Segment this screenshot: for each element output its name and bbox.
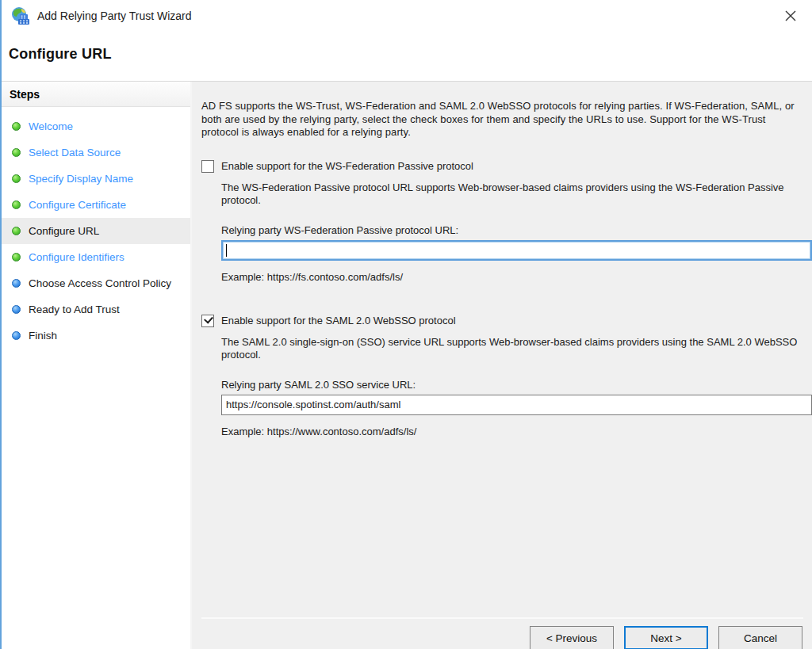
sidebar-item-configure-identifiers: Configure Identifiers [2,244,190,270]
wsfed-url-label: Relying party WS-Federation Passive prot… [221,224,803,236]
step-label: Specify Display Name [29,172,133,185]
step-bullet-icon [12,305,21,314]
sidebar-item-finish: Finish [2,323,190,349]
sidebar-item-welcome: Welcome [2,113,190,139]
step-label: Choose Access Control Policy [29,277,171,290]
step-label: Select Data Source [29,146,121,159]
window-title: Add Relying Party Trust Wizard [37,10,192,22]
sidebar-item-select-data-source: Select Data Source [2,139,190,166]
text-caret [226,244,227,257]
sidebar-item-configure-url: Configure URL [2,218,190,244]
step-bullet-icon [12,174,21,183]
footer-button-bar: < Previous Next > Cancel [201,617,803,649]
saml-checkbox[interactable] [201,315,214,327]
step-bullet-icon [12,253,21,262]
step-label: Configure Certificate [29,198,126,212]
saml-url-input[interactable] [221,395,812,415]
main-panel: AD FS supports the WS-Trust, WS-Federati… [192,82,812,649]
step-bullet-icon [12,122,21,131]
step-bullet-icon [12,279,21,288]
step-bullet-icon [12,227,21,235]
steps-list: WelcomeSelect Data SourceSpecify Display… [2,107,190,349]
step-label: Configure URL [29,224,99,238]
saml-checkbox-row[interactable]: Enable support for the SAML 2.0 WebSSO p… [201,315,803,327]
title-bar: Add Relying Party Trust Wizard [2,0,812,32]
wsfed-checkbox-row[interactable]: Enable support for the WS-Federation Pas… [201,160,803,173]
steps-sidebar: Steps WelcomeSelect Data SourceSpecify D… [2,82,192,649]
close-icon[interactable] [777,4,804,28]
sidebar-item-ready-to-add-trust: Ready to Add Trust [2,296,190,323]
previous-button[interactable]: < Previous [530,626,614,649]
wsfed-url-input-wrap [221,240,803,261]
sidebar-item-choose-access-control-policy: Choose Access Control Policy [2,270,190,296]
saml-description: The SAML 2.0 single-sign-on (SSO) servic… [221,336,800,362]
step-bullet-icon [12,200,21,209]
next-button[interactable]: Next > [624,626,708,649]
adfs-app-icon [11,6,30,25]
wsfed-url-input[interactable] [221,240,812,261]
saml-checkbox-label: Enable support for the SAML 2.0 WebSSO p… [221,315,456,326]
wsfed-example: Example: https://fs.contoso.com/adfs/ls/ [221,271,803,283]
step-label: Ready to Add Trust [29,303,120,316]
step-label: Finish [29,329,57,342]
saml-url-label: Relying party SAML 2.0 SSO service URL: [221,379,803,391]
saml-url-input-wrap [221,395,803,415]
page-title: Configure URL [9,46,112,63]
intro-text: AD FS supports the WS-Trust, WS-Federati… [201,100,803,139]
cancel-button[interactable]: Cancel [718,626,802,649]
spacer [201,437,803,618]
saml-example: Example: https://www.contoso.com/adfs/ls… [221,426,803,437]
step-bullet-icon [12,148,21,157]
step-bullet-icon [12,331,21,340]
wizard-window: Add Relying Party Trust Wizard Configure… [0,0,812,649]
wsfed-description: The WS-Federation Passive protocol URL s… [221,181,800,208]
sidebar-item-configure-certificate: Configure Certificate [2,192,190,218]
step-label: Welcome [29,120,73,133]
step-label: Configure Identifiers [29,250,124,264]
wsfed-checkbox[interactable] [201,160,214,173]
heading-row: Configure URL [2,32,812,82]
wsfed-checkbox-label: Enable support for the WS-Federation Pas… [221,160,473,172]
sidebar-item-specify-display-name: Specify Display Name [2,166,190,192]
steps-header: Steps [2,82,190,107]
